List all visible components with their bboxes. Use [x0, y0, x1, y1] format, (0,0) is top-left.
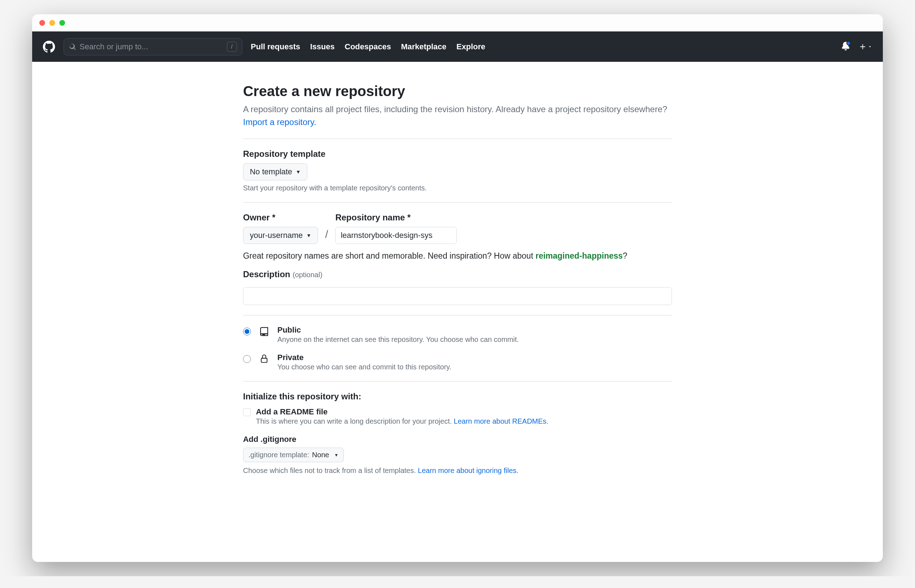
- page-body: Create a new repository A repository con…: [32, 62, 883, 562]
- caret-down-icon: [868, 45, 872, 49]
- nav-marketplace[interactable]: Marketplace: [401, 42, 446, 52]
- primary-nav: Pull requests Issues Codespaces Marketpl…: [251, 42, 485, 52]
- owner-label: Owner *: [243, 213, 318, 223]
- visibility-private-radio[interactable]: [243, 355, 251, 363]
- page-subtitle: A repository contains all project files,…: [243, 103, 672, 129]
- owner-select[interactable]: your-username ▼: [243, 227, 318, 244]
- search-input-wrap[interactable]: /: [64, 38, 242, 55]
- add-readme-desc: This is where you can write a long descr…: [256, 417, 548, 425]
- gitignore-select[interactable]: .gitignore template: None ▼: [243, 447, 344, 462]
- github-header: / Pull requests Issues Codespaces Market…: [32, 31, 883, 62]
- browser-window: / Pull requests Issues Codespaces Market…: [32, 14, 883, 562]
- name-suggestion-link[interactable]: reimagined-happiness: [535, 251, 623, 260]
- divider: [243, 139, 672, 139]
- divider: [243, 315, 672, 315]
- repo-name-label: Repository name *: [335, 213, 457, 223]
- notifications-button[interactable]: [841, 42, 850, 52]
- nav-codespaces[interactable]: Codespaces: [345, 42, 391, 52]
- lock-icon: [258, 354, 270, 363]
- template-select[interactable]: No template ▼: [243, 163, 308, 180]
- slash-key-hint: /: [227, 42, 237, 52]
- visibility-private-title: Private: [277, 353, 452, 362]
- initialize-title: Initialize this repository with:: [243, 391, 672, 402]
- caret-down-icon: ▼: [296, 169, 301, 175]
- svg-rect-0: [261, 358, 267, 363]
- nav-pull-requests[interactable]: Pull requests: [251, 42, 300, 52]
- gitignore-hint: Choose which files not to track from a l…: [243, 467, 672, 475]
- add-readme-option[interactable]: Add a README file This is where you can …: [243, 407, 672, 425]
- visibility-public-title: Public: [277, 325, 519, 335]
- search-input[interactable]: [80, 42, 227, 52]
- gitignore-prefix: .gitignore template:: [248, 451, 309, 459]
- window-maximize-icon[interactable]: [59, 20, 65, 26]
- learn-readmes-link[interactable]: Learn more about READMEs.: [454, 417, 549, 425]
- window-titlebar: [32, 14, 883, 31]
- visibility-private-desc: You choose who can see and commit to thi…: [277, 363, 452, 371]
- notification-dot-icon: [846, 41, 851, 45]
- nav-explore[interactable]: Explore: [457, 42, 485, 52]
- description-label: Description (optional): [243, 269, 672, 279]
- caret-down-icon: ▼: [306, 233, 311, 238]
- description-input[interactable]: [243, 287, 672, 305]
- template-value: No template: [250, 167, 292, 176]
- visibility-public-option[interactable]: Public Anyone on the internet can see th…: [243, 325, 672, 344]
- window-close-icon[interactable]: [39, 20, 45, 26]
- template-label: Repository template: [243, 149, 672, 159]
- template-hint: Start your repository with a template re…: [243, 184, 672, 192]
- slash-separator: /: [325, 228, 328, 244]
- create-new-menu[interactable]: [859, 43, 872, 50]
- repo-name-hint: Great repository names are short and mem…: [243, 251, 672, 261]
- nav-issues[interactable]: Issues: [310, 42, 335, 52]
- divider: [243, 381, 672, 381]
- visibility-public-radio[interactable]: [243, 328, 251, 336]
- gitignore-label: Add .gitignore: [243, 435, 672, 444]
- repo-name-input[interactable]: [335, 227, 457, 244]
- search-icon: [69, 43, 76, 50]
- visibility-public-desc: Anyone on the internet can see this repo…: [277, 336, 519, 344]
- add-readme-checkbox[interactable]: [243, 408, 251, 416]
- caret-down-icon: ▼: [334, 452, 338, 458]
- owner-value: your-username: [250, 231, 303, 240]
- repo-icon: [258, 326, 270, 337]
- gitignore-value: None: [312, 451, 329, 459]
- learn-gitignore-link[interactable]: Learn more about ignoring files.: [418, 467, 518, 474]
- add-readme-title: Add a README file: [256, 407, 548, 417]
- page-title: Create a new repository: [243, 83, 672, 99]
- visibility-private-option[interactable]: Private You choose who can see and commi…: [243, 353, 672, 371]
- window-minimize-icon[interactable]: [49, 20, 55, 26]
- github-logo-icon[interactable]: [43, 41, 55, 53]
- plus-icon: [859, 43, 866, 50]
- import-repository-link[interactable]: Import a repository.: [243, 117, 316, 127]
